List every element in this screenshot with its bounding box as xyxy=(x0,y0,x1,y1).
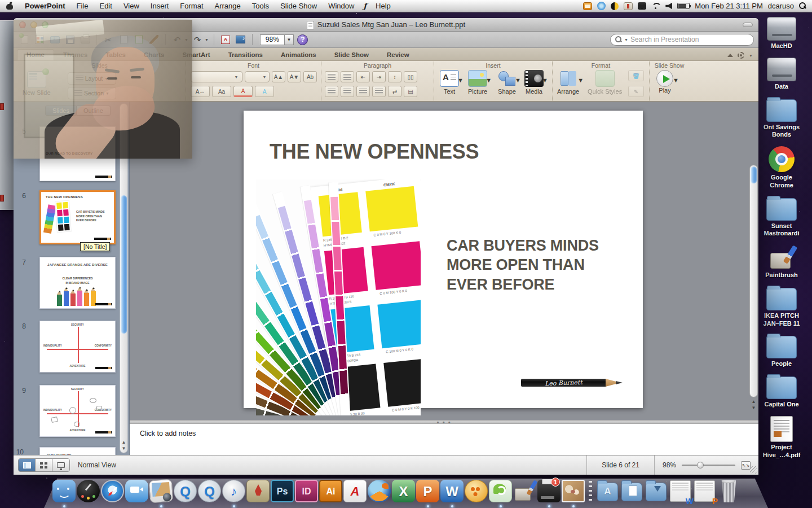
slide-title[interactable]: THE NEW OPENNESS xyxy=(270,140,479,164)
dock-acrobat-reader[interactable]: A xyxy=(343,479,367,505)
card-menu-icon[interactable] xyxy=(624,2,633,10)
line-spacing-button[interactable]: ↕ xyxy=(388,71,401,82)
search-field[interactable]: ▼ xyxy=(610,34,754,46)
canvas-scroll-thumb[interactable] xyxy=(751,167,757,183)
thumbnail-slide-6[interactable]: THE NEW OPENNESS CAR BUYERS MINDS MORE O… xyxy=(39,190,116,244)
align-text-button[interactable]: ▤ xyxy=(404,86,417,97)
dock-documents-folder[interactable] xyxy=(620,479,644,505)
underline-color-button[interactable]: A xyxy=(233,86,253,97)
thumbnail-slide-8[interactable]: SECURITY INDIVIDUALITY CONFORMITY ADVENT… xyxy=(39,321,116,373)
desktop-icon-data[interactable]: Data xyxy=(753,58,810,91)
font-size-select[interactable]: ▼ xyxy=(245,71,270,82)
dock-entourage[interactable] xyxy=(464,479,488,505)
menu-slide-show[interactable]: Slide Show xyxy=(275,0,323,12)
toolbar-toggle-pill[interactable] xyxy=(743,23,753,27)
menu-powerpoint[interactable]: PowerPoint xyxy=(19,0,71,12)
indent-right-button[interactable]: ⇥ xyxy=(372,71,386,82)
ribbon-gear-icon[interactable] xyxy=(738,52,744,59)
align-right-button[interactable] xyxy=(356,86,370,97)
dock-paintbrush-app[interactable] xyxy=(513,479,537,505)
thumbnail-slide-10[interactable]: OUR DRIVERS xyxy=(39,447,116,455)
quick-styles-button[interactable]: Quick Styles xyxy=(588,70,622,95)
battery-icon[interactable] xyxy=(677,3,690,9)
redo-button[interactable]: ↷ xyxy=(191,34,204,46)
sync-menu-icon[interactable] xyxy=(583,2,592,10)
dock-excel[interactable]: X xyxy=(391,479,416,505)
shape-line-button[interactable]: ✎ xyxy=(628,86,644,97)
quicktime-menu-icon[interactable] xyxy=(597,2,606,10)
fit-slide-button[interactable]: ↖↘ xyxy=(741,461,751,470)
menu-help[interactable]: Help xyxy=(370,0,396,12)
menu-insert[interactable]: Insert xyxy=(145,0,175,12)
search-input[interactable] xyxy=(630,36,732,43)
align-center-button[interactable] xyxy=(341,86,354,97)
menu-username[interactable]: dcaruso xyxy=(768,2,794,10)
canvas-scroll-arrows[interactable]: ▲▼ xyxy=(749,398,758,411)
insert-picture-button[interactable]: Picture▼ xyxy=(468,70,487,95)
zoom-combo[interactable]: 98% ▼ xyxy=(260,34,294,45)
thumbnail-slide-9[interactable]: SECURITY INDIVIDUALITY CONFORMITY ADVENT… xyxy=(39,385,116,437)
change-case-button[interactable]: Aa xyxy=(212,86,231,97)
tab-animations[interactable]: Animations xyxy=(272,50,325,60)
pane-scroll-thumb[interactable] xyxy=(121,195,127,334)
search-scope-arrow[interactable]: ▼ xyxy=(624,38,628,42)
dock-trash[interactable] xyxy=(717,479,741,505)
thumbnail-slide-7[interactable]: JAPANESE BRANDS ARE DIVERSE CLEAR DIFFER… xyxy=(39,257,116,309)
dock-word-doc-stack[interactable]: W xyxy=(668,479,692,505)
presenter-view-button[interactable] xyxy=(52,459,69,471)
dock-quicktime-x[interactable]: Q xyxy=(197,479,222,505)
dock-messenger[interactable] xyxy=(488,479,513,505)
char-spacing-button[interactable]: A⇔ xyxy=(191,86,210,97)
desktop-icon-ont-savings-bonds[interactable]: Ont Savings Bonds xyxy=(753,98,810,139)
columns-button[interactable]: ▯▯ xyxy=(404,71,417,82)
insert-text-button[interactable]: Text▼ xyxy=(440,70,459,95)
zoom-slider[interactable] xyxy=(682,465,735,466)
tab-review[interactable]: Review xyxy=(378,50,418,60)
dock-dashboard[interactable] xyxy=(76,479,100,505)
arrange-button[interactable]: Arrange▼ xyxy=(557,70,579,95)
dock-safari[interactable] xyxy=(100,479,125,505)
tab-transitions[interactable]: Transitions xyxy=(219,50,272,60)
menu-clock[interactable]: Mon Feb 21 3:11 PM xyxy=(695,2,762,10)
desktop-icon-sunset-mastronardi[interactable]: Sunset Mastronardi xyxy=(753,197,810,238)
spaces-menu-icon[interactable] xyxy=(638,2,646,10)
slide-body-text[interactable]: CAR BUYERS MINDS MORE OPEN THAN EVER BEF… xyxy=(447,236,599,294)
insert-shape-button[interactable]: Shape▼ xyxy=(497,70,517,95)
desktop-icon-project-hive-pdf[interactable]: Project Hive_…4.pdf xyxy=(753,416,810,459)
font-name-select[interactable]: ▼ xyxy=(191,71,242,82)
zoom-dropdown-arrow[interactable]: ▼ xyxy=(285,34,294,45)
dock-printer[interactable]: 1 xyxy=(537,479,561,505)
slide-sorter-button[interactable] xyxy=(36,459,52,471)
align-left-button[interactable] xyxy=(325,86,338,97)
desktop-icon-machd[interactable]: MacHD xyxy=(753,17,810,50)
dock-ichat[interactable] xyxy=(125,479,149,505)
play-slideshow-button[interactable]: Play▼ xyxy=(656,70,673,94)
dock-powerpoint[interactable]: P xyxy=(416,479,440,505)
dock-cat-photo[interactable] xyxy=(561,479,585,505)
dock-ppt-doc-stack[interactable]: P xyxy=(692,479,717,505)
apple-menu[interactable] xyxy=(0,2,19,10)
desktop-icon-people[interactable]: People xyxy=(753,335,810,368)
ribbon-collapse-button[interactable] xyxy=(727,54,733,57)
menu-window[interactable]: Window xyxy=(323,0,360,12)
color-fan-image[interactable]: Solid CMYK R 249 G 227 B 2HTML F9E302C 0… xyxy=(256,179,421,415)
dock-photo-booth[interactable] xyxy=(149,479,173,505)
canvas-scrollbar[interactable]: ▲▼ ▲▲▼▼ xyxy=(749,165,758,420)
dock-finder[interactable] xyxy=(52,479,76,505)
volume-icon[interactable] xyxy=(665,3,672,10)
dock-downloads-folder[interactable] xyxy=(644,479,668,505)
toolbox-button[interactable]: A xyxy=(219,34,232,46)
desktop-icon-capital-one[interactable]: Capital One xyxy=(753,375,810,409)
time-machine-menu-icon[interactable] xyxy=(611,2,619,10)
normal-view-button[interactable] xyxy=(19,459,36,471)
menu-applescript[interactable]: ƒ xyxy=(360,0,370,12)
dock-itunes[interactable]: ♪ xyxy=(222,479,246,505)
menu-view[interactable]: View xyxy=(118,0,145,12)
resize-grip[interactable] xyxy=(750,466,757,474)
dock-applications-folder[interactable]: A xyxy=(595,479,620,505)
menu-format[interactable]: Format xyxy=(174,0,209,12)
dock-word[interactable]: W xyxy=(440,479,464,505)
clear-format-button[interactable]: Ab xyxy=(303,71,317,82)
menu-tools[interactable]: Tools xyxy=(246,0,275,12)
text-glow-button[interactable]: A xyxy=(255,86,274,97)
